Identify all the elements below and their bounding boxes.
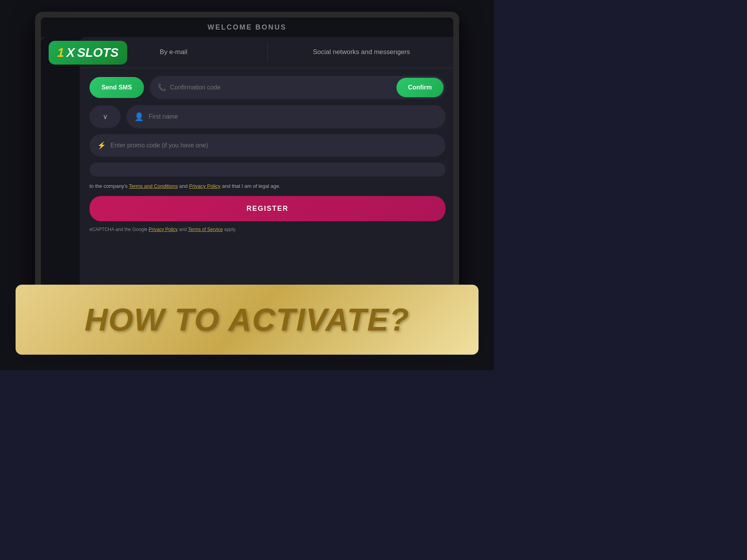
bottom-activate-banner: HOW TO ACTIVATE? bbox=[16, 285, 479, 355]
chevron-down-icon: ∨ bbox=[103, 112, 108, 121]
terms-row: to the company's Terms and Conditions an… bbox=[89, 182, 445, 190]
captcha-text-middle: and bbox=[179, 227, 188, 232]
phone-icon: 📞 bbox=[158, 83, 166, 92]
logo-slots: SLOTS bbox=[77, 46, 119, 60]
confirm-button[interactable]: Confirm bbox=[396, 78, 444, 97]
laptop-screen: WELCOME BONUS 0 F 1 X SLOTS By e-mail bbox=[41, 18, 453, 315]
terms-text-before: to the company's bbox=[89, 183, 129, 189]
user-icon: 👤 bbox=[134, 112, 144, 121]
privacy-policy-link[interactable]: Privacy Policy bbox=[189, 183, 221, 189]
form-content: Send SMS 📞 Confirm ∨ 👤 bbox=[80, 68, 453, 241]
register-button[interactable]: REGISTER bbox=[89, 196, 445, 221]
logo-x: X bbox=[67, 46, 75, 60]
country-dropdown-button[interactable]: ∨ bbox=[89, 105, 121, 128]
captcha-privacy-link[interactable]: Privacy Policy bbox=[149, 227, 178, 232]
captcha-text-after: apply. bbox=[224, 227, 236, 232]
currency-select-group[interactable] bbox=[89, 163, 445, 177]
logo-box: 1 X SLOTS bbox=[49, 41, 127, 65]
tab-bar: By e-mail Social networks and messengers bbox=[80, 37, 453, 68]
registration-modal: By e-mail Social networks and messengers… bbox=[80, 37, 453, 307]
sms-confirmation-row: Send SMS 📞 Confirm bbox=[89, 76, 445, 99]
terms-text-after: and that I am of legal age. bbox=[222, 183, 280, 189]
left-sidebar-background bbox=[41, 37, 84, 307]
currency-row bbox=[89, 163, 445, 177]
terms-text-middle: and bbox=[179, 183, 189, 189]
captcha-text: eCAPTCHA and the Google Privacy Policy a… bbox=[89, 226, 445, 233]
lightning-icon: ⚡ bbox=[97, 141, 106, 150]
laptop-frame: WELCOME BONUS 0 F 1 X SLOTS By e-mail bbox=[35, 12, 459, 331]
confirmation-code-group: 📞 Confirm bbox=[150, 76, 445, 99]
first-name-input-group: 👤 bbox=[126, 105, 445, 128]
terms-and-conditions-link[interactable]: Terms and Conditions bbox=[129, 183, 178, 189]
tab-by-email-label: By e-mail bbox=[160, 48, 188, 56]
first-name-row: ∨ 👤 bbox=[89, 105, 445, 128]
promo-code-input-group: ⚡ bbox=[89, 134, 445, 157]
tab-social-networks-label: Social networks and messengers bbox=[313, 48, 410, 56]
promo-code-row: ⚡ bbox=[89, 134, 445, 157]
tab-social-networks[interactable]: Social networks and messengers bbox=[268, 37, 453, 68]
welcome-bar-text: WELCOME BONUS bbox=[208, 23, 287, 32]
send-sms-button[interactable]: Send SMS bbox=[89, 77, 144, 98]
logo-one: 1 bbox=[57, 46, 64, 60]
promo-code-input[interactable] bbox=[110, 142, 438, 149]
activate-text: HOW TO ACTIVATE? bbox=[84, 301, 409, 338]
captcha-text-before: eCAPTCHA and the Google bbox=[89, 227, 149, 232]
confirmation-code-input[interactable] bbox=[170, 84, 393, 91]
logo-area: 1 X SLOTS bbox=[49, 41, 127, 65]
captcha-terms-link[interactable]: Terms of Service bbox=[188, 227, 223, 232]
first-name-input[interactable] bbox=[149, 113, 438, 120]
